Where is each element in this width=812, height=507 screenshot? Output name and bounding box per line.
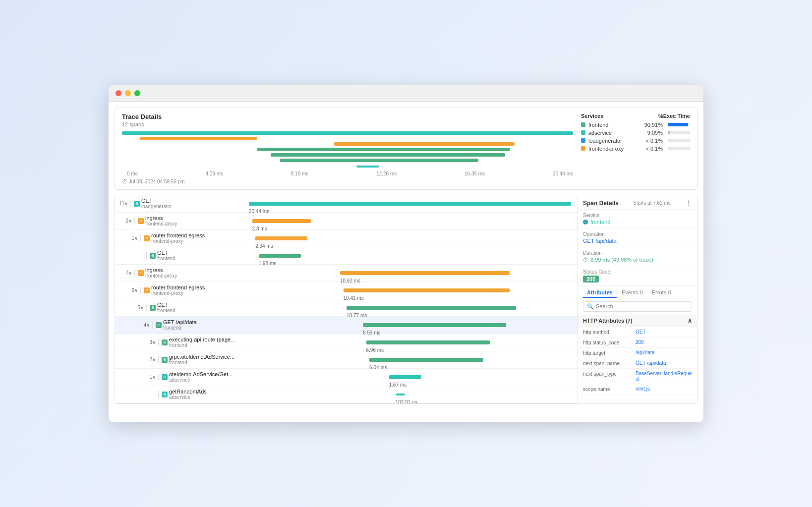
- span-service: frontend: [169, 342, 249, 348]
- service-pct: < 0.1%: [645, 138, 663, 144]
- search-input[interactable]: [596, 303, 688, 309]
- span-row[interactable]: 11∨ ⊕ GET loadgenerator 20.44 ms: [115, 195, 578, 213]
- status-code-label: Status Code: [583, 269, 692, 275]
- span-duration: 102.91 µs: [396, 399, 417, 403]
- span-row[interactable]: 6∨ ✦ router frontend egress frontend-pro…: [115, 282, 578, 299]
- span-bar-container: 8.99 ms: [249, 322, 575, 328]
- span-bar-container: 10.41 ms: [249, 287, 575, 293]
- attr-row: http.method GET: [578, 327, 697, 338]
- search-box[interactable]: 🔍: [583, 301, 692, 312]
- span-icon: ✦: [144, 235, 150, 241]
- span-row-selected[interactable]: 4∨ ⊕ GET /api/data frontend 8.99 ms: [115, 317, 578, 334]
- trace-overview-left: Trace Details 12 spans: [122, 113, 573, 184]
- span-icon: ⊕: [134, 201, 140, 207]
- span-row[interactable]: 2∨ ⊕ grpc.oteldemo.AdService... frontend…: [115, 351, 578, 369]
- main-content: Trace Details 12 spans: [109, 102, 703, 410]
- tab-attributes[interactable]: Attributes: [583, 288, 617, 298]
- span-right: 102.91 µs: [249, 388, 575, 401]
- service-color-dot: [581, 138, 585, 143]
- span-right: 20.44 ms: [249, 197, 575, 211]
- span-icon: ⊕: [162, 392, 168, 397]
- span-left: ⊕ GET frontend: [115, 250, 249, 261]
- span-details-title: Span Details: [583, 200, 619, 207]
- span-duration: 20.44 ms: [249, 209, 269, 214]
- span-service: frontend-proxy: [151, 238, 249, 244]
- operation-label: Operation: [583, 231, 692, 237]
- span-name-block: oteldemo.AdService/Get... adservice: [169, 371, 249, 383]
- attr-val: BaseServerHandleRequest: [636, 371, 692, 382]
- tab-events[interactable]: Events 0: [618, 288, 647, 298]
- span-bar: [344, 288, 510, 292]
- service-bar-bg: [668, 139, 690, 142]
- span-count: 11∨: [117, 201, 128, 206]
- span-row[interactable]: 7∨ ⊕ ingress frontend-proxy 10.62 ms: [115, 265, 578, 282]
- span-right: 10.77 ms: [249, 301, 575, 315]
- span-row[interactable]: 2∨ ⊕ ingress frontend-proxy 2.8 ms: [115, 213, 578, 230]
- span-row[interactable]: 1∨ ⊕ oteldemo.AdService/Get... adservice…: [115, 369, 578, 386]
- service-bar-bg: [668, 123, 690, 126]
- span-left: 4∨ ⊕ GET /api/data frontend: [115, 319, 249, 331]
- span-right: 1.98 ms: [249, 249, 575, 263]
- overview-bar-row: [122, 164, 573, 168]
- attr-row: next.span_type BaseServerHandleRequest: [578, 369, 697, 384]
- span-count: 3∨: [145, 339, 156, 345]
- trace-date: ⏱ Jul 08, 2024 04:59:56 pm: [122, 178, 573, 184]
- span-duration: 10.41 ms: [344, 295, 364, 301]
- tab-errors[interactable]: Errors 0: [648, 288, 675, 298]
- span-icon: ⊕: [138, 218, 144, 224]
- chevron-up-icon[interactable]: ∧: [688, 317, 692, 324]
- span-name-block: executing api route (page... frontend: [169, 337, 249, 348]
- span-bar-container: 102.91 µs: [249, 392, 575, 397]
- span-name-block: router frontend egress frontend-proxy: [151, 284, 249, 296]
- span-right: 2.34 ms: [249, 231, 575, 245]
- span-count: 1∨: [127, 235, 138, 241]
- span-row[interactable]: ⊕ getRandomAds adservice 102.91 µs: [115, 386, 578, 403]
- span-name: ingress: [145, 267, 249, 273]
- http-attrs-header[interactable]: HTTP Attributes (7) ∧: [578, 315, 697, 327]
- span-left: 1∨ ✦ router frontend egress frontend-pro…: [115, 232, 249, 244]
- span-duration: 6.96 ms: [366, 347, 384, 353]
- span-row[interactable]: 5∨ ⊕ GET frontend 10.77 ms: [115, 299, 578, 317]
- span-duration: 8.99 ms: [363, 330, 381, 336]
- duration-detail: Duration ⏱ 8.99 ms (43.98% of trace): [578, 247, 697, 266]
- time-label: 8.18 ms: [291, 171, 309, 176]
- pipe: [134, 270, 135, 277]
- span-bar-container: 10.62 ms: [249, 270, 575, 276]
- span-left: 11∨ ⊕ GET loadgenerator: [115, 198, 249, 209]
- span-count: 2∨: [121, 218, 132, 224]
- service-color-dot: [581, 130, 585, 135]
- service-name: loadgenerator: [588, 138, 642, 144]
- span-row[interactable]: ⊕ GET frontend 1.98 ms: [115, 247, 578, 265]
- span-bar-container: 6.04 ms: [249, 357, 575, 363]
- service-row: frontend 90.91%: [581, 122, 690, 128]
- time-label: 4.09 ms: [205, 171, 223, 176]
- attr-key: http.method: [583, 329, 633, 335]
- overview-bar: [356, 166, 379, 168]
- service-value: frontend: [590, 219, 610, 225]
- span-right: 6.96 ms: [249, 336, 575, 349]
- minimize-dot[interactable]: [125, 90, 131, 96]
- attr-val: next.js: [636, 386, 650, 392]
- span-details-header: Span Details Starts at 7.62 ms ⋮: [578, 195, 697, 210]
- span-name: GET /api/data: [163, 319, 249, 325]
- service-detail: Service frontend: [578, 210, 697, 228]
- span-row[interactable]: 1∨ ✦ router frontend egress frontend-pro…: [115, 230, 578, 247]
- attr-row: next.span_name GET /api/data: [578, 358, 697, 369]
- overview-bar: [122, 131, 573, 135]
- pipe: [140, 287, 141, 294]
- attr-val: GET /api/data: [636, 360, 666, 366]
- scroll-indicator[interactable]: ⋮: [685, 199, 692, 207]
- maximize-dot[interactable]: [134, 90, 140, 96]
- span-name: oteldemo.AdService/Get...: [169, 371, 249, 377]
- span-icon: ✦: [144, 287, 150, 293]
- service-name: frontend: [588, 122, 641, 128]
- close-dot[interactable]: [116, 90, 121, 96]
- span-icon: ⊕: [150, 253, 156, 259]
- duration-label: Duration: [583, 250, 692, 256]
- pipe: [134, 218, 135, 225]
- span-row[interactable]: 3∨ ⊕ executing api route (page... fronte…: [115, 334, 578, 351]
- overview-bar-row: [122, 153, 573, 157]
- span-name-block: GET frontend: [157, 250, 249, 261]
- service-label: Service: [583, 213, 692, 218]
- span-bar: [259, 254, 301, 258]
